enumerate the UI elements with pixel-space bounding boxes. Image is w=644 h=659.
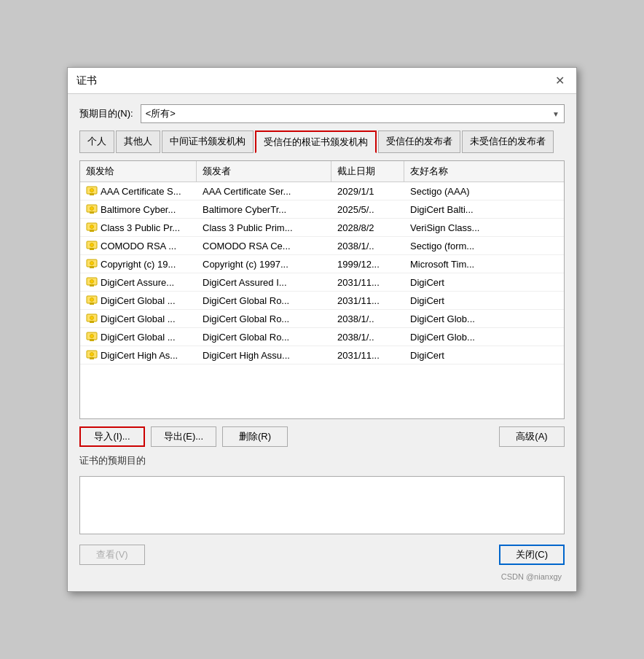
watermark: CSDN @nianxgy bbox=[79, 572, 565, 581]
cell-expiry: 2028/8/2 bbox=[331, 219, 404, 236]
cell-expiry: 2038/1/.. bbox=[331, 328, 404, 346]
cell-issuer: AAA Certificate Ser... bbox=[197, 182, 331, 200]
chevron-down-icon: ▼ bbox=[552, 110, 559, 118]
cell-friendly: Microsoft Tim... bbox=[404, 255, 564, 273]
view-button[interactable]: 查看(V) bbox=[79, 545, 145, 565]
cell-issuer: Baltimore CyberTr... bbox=[197, 200, 331, 218]
certificate-icon bbox=[86, 258, 98, 270]
cell-issued-to: DigiCert Global ... bbox=[80, 328, 197, 346]
import-button[interactable]: 导入(I)... bbox=[79, 426, 145, 447]
table-row[interactable]: COMODO RSA ...COMODO RSA Ce...2038/1/..S… bbox=[80, 237, 564, 255]
certificate-icon bbox=[86, 240, 98, 251]
cell-issued-to: DigiCert Assure... bbox=[80, 273, 197, 291]
close-dialog-button[interactable]: 关闭(C) bbox=[499, 545, 565, 565]
cell-friendly: Sectigo (form... bbox=[404, 237, 564, 254]
cell-issuer: DigiCert Global Ro... bbox=[197, 292, 331, 309]
svg-rect-29 bbox=[90, 357, 94, 359]
cell-issued-to: DigiCert Global ... bbox=[80, 310, 197, 327]
cell-friendly: Sectigo (AAA) bbox=[404, 182, 564, 200]
purpose-row: 预期目的(N): <所有> ▼ bbox=[79, 104, 565, 123]
cell-issued-to: AAA Certificate S... bbox=[80, 182, 197, 200]
svg-point-22 bbox=[90, 316, 94, 320]
svg-point-16 bbox=[90, 280, 94, 284]
svg-rect-8 bbox=[90, 230, 94, 232]
bottom-row: 查看(V) 关闭(C) bbox=[79, 542, 565, 565]
purpose-info: 证书的预期目的 bbox=[79, 454, 565, 469]
table-row[interactable]: DigiCert Global ...DigiCert Global Ro...… bbox=[80, 292, 564, 310]
column-header-颁发者[interactable]: 颁发者 bbox=[197, 161, 331, 182]
certificate-dialog: 证书 ✕ 预期目的(N): <所有> ▼ 个人其他人中间证书颁发机构受信任的根证… bbox=[67, 67, 577, 592]
svg-rect-17 bbox=[90, 284, 94, 286]
certificate-icon bbox=[86, 349, 98, 361]
tab-others[interactable]: 其他人 bbox=[116, 130, 160, 153]
svg-point-13 bbox=[90, 262, 94, 265]
table-row[interactable]: DigiCert Assure...DigiCert Assured I...2… bbox=[80, 273, 564, 292]
cell-friendly: VeriSign Class... bbox=[404, 219, 564, 236]
cell-issued-to: COMODO RSA ... bbox=[80, 237, 197, 254]
cell-friendly: DigiCert Glob... bbox=[404, 310, 564, 327]
cell-expiry: 2031/11... bbox=[331, 346, 404, 364]
purpose-select[interactable]: <所有> ▼ bbox=[141, 104, 565, 123]
certificate-icon bbox=[86, 203, 98, 215]
svg-rect-26 bbox=[90, 339, 94, 341]
tab-trusted-publisher[interactable]: 受信任的发布者 bbox=[378, 130, 460, 153]
column-header-友好名称[interactable]: 友好名称 bbox=[404, 161, 564, 182]
certificate-icon bbox=[86, 222, 98, 233]
cell-issued-to: DigiCert High As... bbox=[80, 346, 197, 364]
certificate-icon bbox=[86, 295, 98, 306]
cell-friendly: DigiCert bbox=[404, 273, 564, 291]
column-header-颁发给[interactable]: 颁发给 bbox=[80, 161, 197, 182]
svg-rect-11 bbox=[90, 248, 94, 250]
close-window-button[interactable]: ✕ bbox=[551, 73, 568, 89]
svg-point-1 bbox=[90, 189, 94, 192]
cell-expiry: 2038/1/.. bbox=[331, 237, 404, 254]
remove-button[interactable]: 删除(R) bbox=[222, 426, 288, 447]
export-button[interactable]: 导出(E)... bbox=[151, 426, 216, 447]
svg-point-28 bbox=[90, 353, 94, 356]
cell-friendly: DigiCert Glob... bbox=[404, 328, 564, 346]
table-row[interactable]: DigiCert High As...DigiCert High Assu...… bbox=[80, 346, 564, 364]
cell-issued-to: DigiCert Global ... bbox=[80, 292, 197, 309]
svg-rect-20 bbox=[90, 303, 94, 305]
tab-personal[interactable]: 个人 bbox=[79, 130, 114, 153]
column-header-截止日期[interactable]: 截止日期 bbox=[331, 161, 404, 182]
table-row[interactable]: DigiCert Global ...DigiCert Global Ro...… bbox=[80, 328, 564, 346]
cell-expiry: 2025/5/.. bbox=[331, 200, 404, 218]
table-row[interactable]: Copyright (c) 19...Copyright (c) 1997...… bbox=[80, 255, 564, 273]
cell-issued-to: Baltimore Cyber... bbox=[80, 200, 197, 218]
cell-issued-to: Class 3 Public Pr... bbox=[80, 219, 197, 236]
cell-friendly: DigiCert bbox=[404, 292, 564, 309]
certificate-icon bbox=[86, 185, 98, 197]
table-row[interactable]: Class 3 Public Pr...Class 3 Public Prim.… bbox=[80, 219, 564, 237]
table-row[interactable]: AAA Certificate S...AAA Certificate Ser.… bbox=[80, 182, 564, 200]
purpose-label: 预期目的(N): bbox=[79, 107, 133, 120]
svg-rect-5 bbox=[90, 211, 94, 214]
tab-trusted-root[interactable]: 受信任的根证书颁发机构 bbox=[255, 130, 377, 153]
svg-point-19 bbox=[90, 298, 94, 302]
cell-issuer: COMODO RSA Ce... bbox=[197, 237, 331, 254]
dialog-title: 证书 bbox=[76, 74, 97, 87]
cell-expiry: 2031/11... bbox=[331, 292, 404, 309]
cell-expiry: 2031/11... bbox=[331, 273, 404, 291]
title-bar: 证书 ✕ bbox=[68, 68, 576, 94]
tab-untrusted-publisher[interactable]: 未受信任的发布者 bbox=[462, 130, 554, 153]
svg-rect-14 bbox=[90, 266, 94, 268]
tab-intermediate[interactable]: 中间证书颁发机构 bbox=[162, 130, 254, 153]
svg-point-10 bbox=[90, 243, 94, 247]
cell-issuer: DigiCert Assured I... bbox=[197, 273, 331, 291]
certificate-icon bbox=[86, 276, 98, 288]
cell-issuer: DigiCert Global Ro... bbox=[197, 328, 331, 346]
action-buttons-row: 导入(I)... 导出(E)... 删除(R) 高级(A) bbox=[79, 426, 565, 447]
table-row[interactable]: DigiCert Global ...DigiCert Global Ro...… bbox=[80, 310, 564, 328]
cell-issuer: DigiCert Global Ro... bbox=[197, 310, 331, 327]
tabs-row: 个人其他人中间证书颁发机构受信任的根证书颁发机构受信任的发布者未受信任的发布者 bbox=[79, 130, 565, 153]
dialog-body: 预期目的(N): <所有> ▼ 个人其他人中间证书颁发机构受信任的根证书颁发机构… bbox=[68, 94, 576, 591]
cell-issued-to: Copyright (c) 19... bbox=[80, 255, 197, 273]
advanced-button[interactable]: 高级(A) bbox=[499, 426, 565, 447]
cert-table-container: 颁发给颁发者截止日期友好名称 AAA Certificate S...AAA C… bbox=[79, 160, 565, 419]
purpose-select-value: <所有> bbox=[146, 107, 176, 120]
svg-rect-23 bbox=[90, 321, 94, 323]
certificate-icon bbox=[86, 313, 98, 324]
cell-friendly: DigiCert Balti... bbox=[404, 200, 564, 218]
table-row[interactable]: Baltimore Cyber...Baltimore CyberTr...20… bbox=[80, 200, 564, 219]
